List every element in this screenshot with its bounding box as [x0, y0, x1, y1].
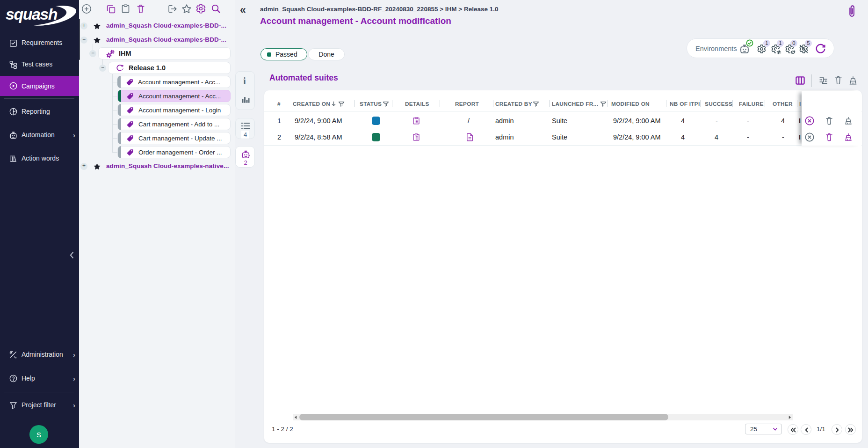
svg-text:squash: squash [6, 5, 58, 23]
